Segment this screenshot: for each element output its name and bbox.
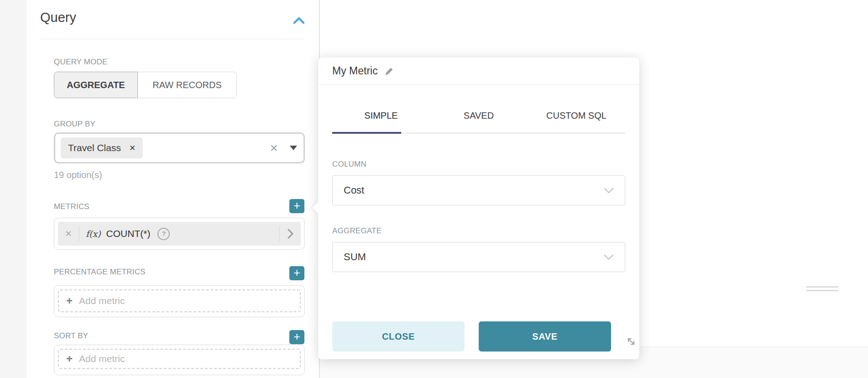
group-by-label: GROUP BY — [54, 120, 95, 129]
sort-by-label: SORT BY — [54, 331, 88, 341]
group-by-options-hint: 19 option(s) — [54, 170, 102, 180]
query-mode-toggle: AGGREGATE RAW RECORDS — [54, 72, 237, 98]
active-tab-indicator — [332, 132, 401, 134]
query-mode-aggregate[interactable]: AGGREGATE — [54, 72, 138, 98]
pill-separator — [79, 226, 79, 242]
edit-title-icon[interactable] — [384, 67, 393, 77]
add-percentage-metric-button[interactable]: + — [289, 266, 304, 280]
metrics-label: METRICS — [54, 202, 89, 211]
add-metric-placeholder: Add metric — [79, 353, 125, 364]
metric-tabs: SIMPLE SAVED CUSTOM SQL — [332, 109, 625, 134]
caret-down-icon[interactable] — [290, 146, 297, 150]
close-button[interactable]: CLOSE — [332, 321, 465, 352]
metric-item[interactable]: ✕ f(x) COUNT(*) ? — [58, 222, 301, 246]
chevron-down-icon — [604, 254, 614, 260]
aggregate-label: AGGREGATE — [332, 226, 382, 236]
plus-icon: + — [66, 353, 73, 364]
handle-bar — [806, 290, 839, 291]
resize-popover-icon[interactable] — [626, 336, 637, 347]
query-section-title: Query — [40, 10, 76, 25]
sort-by-container: + Add metric — [54, 345, 305, 375]
group-by-chip[interactable]: Travel Class ✕ — [61, 137, 143, 158]
add-metric-placeholder: Add metric — [79, 295, 125, 306]
add-sort-button[interactable]: + — [289, 330, 304, 344]
aggregate-value: SUM — [344, 251, 366, 263]
query-mode-raw-records[interactable]: RAW RECORDS — [137, 72, 237, 98]
popover-header: My Metric — [318, 58, 639, 85]
resize-gutter-handle[interactable] — [806, 286, 839, 294]
aggregate-select[interactable]: SUM — [332, 242, 625, 272]
tab-saved[interactable]: SAVED — [430, 109, 528, 132]
expand-metric-icon[interactable] — [280, 228, 301, 240]
tab-custom-sql[interactable]: CUSTOM SQL — [528, 109, 625, 132]
metrics-container: ✕ f(x) COUNT(*) ? — [54, 218, 305, 250]
chip-remove-icon[interactable]: ✕ — [129, 143, 136, 153]
section-divider — [40, 39, 305, 39]
remove-metric-icon[interactable]: ✕ — [58, 229, 79, 239]
popover-arrow — [312, 202, 324, 213]
help-icon[interactable]: ? — [157, 228, 170, 240]
group-by-select[interactable]: Travel Class ✕ × — [54, 132, 305, 163]
function-icon: f(x) — [86, 229, 101, 239]
chip-label: Travel Class — [68, 142, 121, 153]
column-value: Cost — [344, 184, 364, 196]
percentage-metrics-container: + Add metric — [54, 285, 305, 317]
query-mode-label: QUERY MODE — [54, 58, 108, 67]
tab-simple[interactable]: SIMPLE — [332, 109, 430, 132]
metric-title: My Metric — [332, 65, 378, 77]
column-select[interactable]: Cost — [332, 175, 625, 205]
plus-icon: + — [66, 295, 73, 306]
tab-bottom-border — [332, 132, 625, 134]
collapse-section-icon[interactable] — [293, 16, 305, 25]
add-metric-button[interactable]: + — [289, 199, 304, 213]
left-gutter — [0, 0, 26, 378]
handle-bar — [806, 286, 839, 288]
add-sort-metric-dropzone[interactable]: + Add metric — [58, 349, 301, 369]
save-button[interactable]: SAVE — [479, 321, 611, 352]
metric-expression: COUNT(*) — [106, 228, 151, 239]
percentage-metrics-label: PERCENTAGE METRICS — [54, 268, 146, 277]
add-percentage-metric-dropzone[interactable]: + Add metric — [58, 289, 301, 312]
chevron-down-icon — [604, 188, 614, 194]
metric-popover: My Metric SIMPLE SAVED CUSTOM SQL COLUMN… — [318, 58, 639, 359]
column-label: COLUMN — [332, 160, 366, 169]
clear-all-icon[interactable]: × — [270, 141, 278, 155]
